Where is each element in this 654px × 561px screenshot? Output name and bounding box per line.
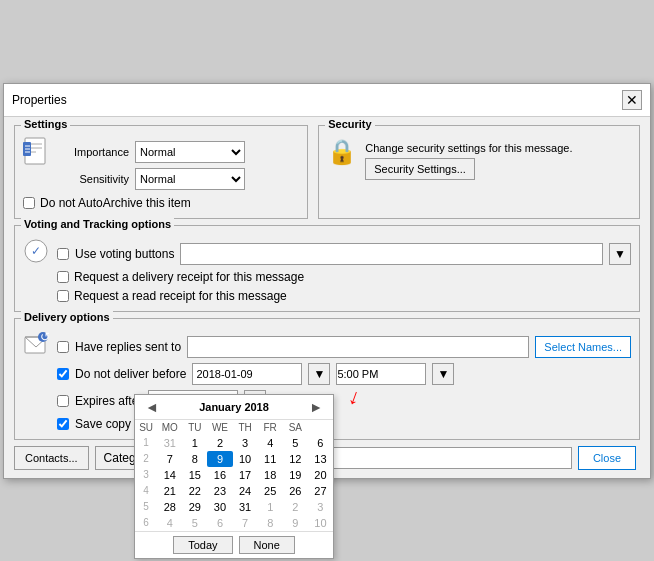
importance-row: Importance Normal High Low bbox=[57, 141, 299, 163]
calendar-week-1: 131123456 bbox=[135, 435, 333, 451]
week-num-5: 5 bbox=[135, 499, 157, 515]
weekday-tu: TU bbox=[182, 420, 207, 435]
calendar-day[interactable]: 22 bbox=[182, 483, 207, 499]
calendar-header: ◄ January 2018 ► bbox=[135, 395, 333, 420]
security-settings-button[interactable]: Security Settings... bbox=[365, 158, 475, 180]
calendar-footer: Today None bbox=[135, 531, 333, 558]
delivery-receipt-checkbox[interactable] bbox=[57, 271, 69, 283]
have-replies-checkbox[interactable] bbox=[57, 341, 69, 353]
replies-row: Have replies sent to Select Names... bbox=[57, 336, 631, 358]
calendar-day[interactable]: 1 bbox=[182, 435, 207, 451]
use-voting-checkbox[interactable] bbox=[57, 248, 69, 260]
voting-dropdown-btn[interactable]: ▼ bbox=[609, 243, 631, 265]
calendar-day[interactable]: 17 bbox=[233, 467, 258, 483]
calendar-day[interactable]: 1 bbox=[258, 499, 283, 515]
dialog-body: Settings bbox=[4, 117, 650, 478]
select-names-button[interactable]: Select Names... bbox=[535, 336, 631, 358]
calendar-day[interactable]: 14 bbox=[157, 467, 182, 483]
week-num-3: 3 bbox=[135, 467, 157, 483]
calendar-day[interactable]: 8 bbox=[258, 515, 283, 531]
delivery-receipt-label: Request a delivery receipt for this mess… bbox=[74, 270, 304, 284]
time-input[interactable] bbox=[336, 363, 426, 385]
close-button[interactable]: Close bbox=[578, 446, 636, 470]
cal-next-btn[interactable]: ► bbox=[305, 399, 327, 415]
date-dropdown-btn[interactable]: ▼ bbox=[308, 363, 330, 385]
autoarchive-label: Do not AutoArchive this item bbox=[40, 196, 191, 210]
save-copy-checkbox[interactable] bbox=[57, 418, 69, 430]
calendar-day[interactable]: 9 bbox=[283, 515, 308, 531]
contacts-button[interactable]: Contacts... bbox=[14, 446, 89, 470]
read-receipt-checkbox[interactable] bbox=[57, 290, 69, 302]
calendar-day[interactable]: 2 bbox=[283, 499, 308, 515]
expires-after-label: Expires after bbox=[75, 394, 142, 408]
voting-icon: ✓ bbox=[23, 238, 53, 267]
calendar-day[interactable]: 19 bbox=[283, 467, 308, 483]
calendar-day[interactable]: 3 bbox=[308, 499, 333, 515]
calendar-day[interactable]: 21 bbox=[157, 483, 182, 499]
today-button[interactable]: Today bbox=[173, 536, 232, 554]
settings-section: Settings bbox=[14, 125, 308, 219]
weekday-sa: SA bbox=[283, 420, 308, 435]
autoarchive-checkbox[interactable] bbox=[23, 197, 35, 209]
calendar-day[interactable]: 29 bbox=[182, 499, 207, 515]
calendar-day[interactable]: 2 bbox=[207, 435, 232, 451]
calendar-day[interactable]: 7 bbox=[233, 515, 258, 531]
calendar-day[interactable]: 30 bbox=[207, 499, 232, 515]
calendar-week-2: 278910111213 bbox=[135, 451, 333, 467]
calendar-day[interactable]: 8 bbox=[182, 451, 207, 467]
calendar-day[interactable]: 3 bbox=[233, 435, 258, 451]
date-input[interactable] bbox=[192, 363, 302, 385]
expires-after-checkbox[interactable] bbox=[57, 395, 69, 407]
calendar-day[interactable]: 5 bbox=[283, 435, 308, 451]
weekday-mo: MO bbox=[157, 420, 182, 435]
calendar-day[interactable]: 6 bbox=[207, 515, 232, 531]
calendar-weekday-header: SU MO TU WE TH FR SA bbox=[135, 420, 333, 435]
calendar-day[interactable]: 12 bbox=[283, 451, 308, 467]
calendar-day[interactable]: 4 bbox=[258, 435, 283, 451]
calendar-day[interactable]: 10 bbox=[308, 515, 333, 531]
calendar-day[interactable]: 31 bbox=[233, 499, 258, 515]
calendar-day[interactable]: 5 bbox=[182, 515, 207, 531]
calendar-day[interactable]: 15 bbox=[182, 467, 207, 483]
voting-label: Voting and Tracking options bbox=[21, 218, 174, 230]
calendar-day[interactable]: 20 bbox=[308, 467, 333, 483]
sensitivity-select[interactable]: Normal Confidential Private bbox=[135, 168, 245, 190]
calendar-day[interactable]: 28 bbox=[157, 499, 182, 515]
use-voting-row: Use voting buttons ▼ bbox=[57, 243, 631, 265]
calendar-week-6: 645678910 bbox=[135, 515, 333, 531]
close-icon[interactable]: ✕ bbox=[622, 90, 642, 110]
calendar-body: 1311234562789101112133141516171819204212… bbox=[135, 435, 333, 531]
calendar-day[interactable]: 27 bbox=[308, 483, 333, 499]
weekday-th: TH bbox=[233, 420, 258, 435]
delivery-receipt-row: Request a delivery receipt for this mess… bbox=[57, 270, 631, 284]
title-bar: Properties ✕ bbox=[4, 84, 650, 117]
week-num-6: 6 bbox=[135, 515, 157, 531]
cal-title: January 2018 bbox=[199, 401, 269, 413]
calendar-day[interactable]: 11 bbox=[258, 451, 283, 467]
read-receipt-row: Request a read receipt for this message bbox=[57, 289, 631, 303]
voting-buttons-input[interactable] bbox=[180, 243, 603, 265]
calendar-day[interactable]: 23 bbox=[207, 483, 232, 499]
do-not-deliver-row: Do not deliver before ▼ ▼ bbox=[57, 363, 631, 385]
calendar-day[interactable]: 4 bbox=[157, 515, 182, 531]
calendar-day[interactable]: 25 bbox=[258, 483, 283, 499]
week-num-1: 1 bbox=[135, 435, 157, 451]
none-button[interactable]: None bbox=[239, 536, 295, 554]
calendar-day[interactable]: 31 bbox=[157, 435, 182, 451]
calendar-day[interactable]: 9 bbox=[207, 451, 232, 467]
calendar-day[interactable]: 13 bbox=[308, 451, 333, 467]
replies-input[interactable] bbox=[187, 336, 529, 358]
calendar-day[interactable]: 10 bbox=[233, 451, 258, 467]
calendar-day[interactable]: 6 bbox=[308, 435, 333, 451]
importance-select[interactable]: Normal High Low bbox=[135, 141, 245, 163]
calendar-day[interactable]: 16 bbox=[207, 467, 232, 483]
delivery-label: Delivery options bbox=[21, 311, 113, 323]
calendar-day[interactable]: 7 bbox=[157, 451, 182, 467]
calendar-day[interactable]: 26 bbox=[283, 483, 308, 499]
cal-prev-btn[interactable]: ◄ bbox=[141, 399, 163, 415]
calendar-day[interactable]: 24 bbox=[233, 483, 258, 499]
have-replies-label: Have replies sent to bbox=[75, 340, 181, 354]
calendar-day[interactable]: 18 bbox=[258, 467, 283, 483]
time-dropdown-btn[interactable]: ▼ bbox=[432, 363, 454, 385]
do-not-deliver-checkbox[interactable] bbox=[57, 368, 69, 380]
